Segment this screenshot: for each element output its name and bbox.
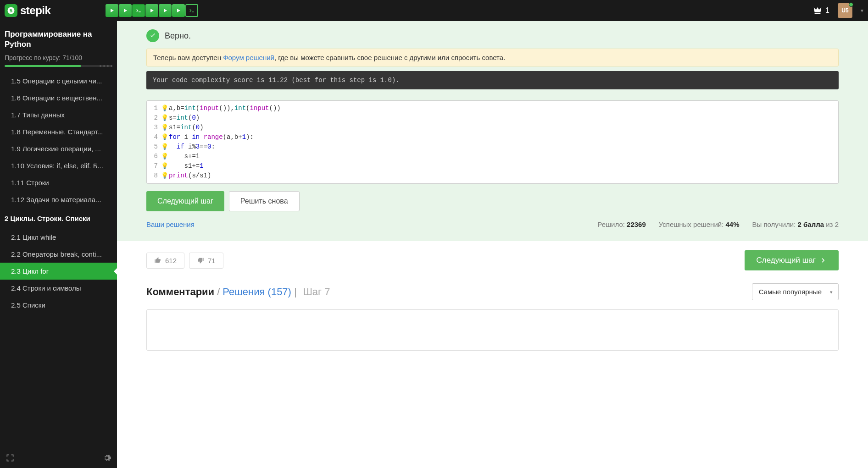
hint-bulb-icon[interactable]: 💡 [161,123,169,132]
step-play[interactable] [159,4,172,17]
sidebar: Программирование на Python Прогресс по к… [0,21,117,468]
sidebar-item-1.12[interactable]: 1.12 Задачи по материала... [0,191,117,208]
code-text: if i%3==0: [169,142,215,152]
code-line[interactable]: 4💡for i in range(a,b+1): [147,132,838,142]
code-text: s1+=1 [169,161,204,171]
sidebar-item-2.2[interactable]: 2.2 Операторы break, conti... [0,246,117,263]
line-number: 4 [147,132,161,142]
complexity-score: Your code complexity score is 11.22 (bes… [146,71,839,89]
sort-dropdown[interactable]: Самые популярные ▾ [752,283,839,300]
line-number: 3 [147,123,161,132]
code-text: for i in range(a,b+1): [169,132,254,142]
solutions-tab-link[interactable]: Решения (157) [223,286,291,298]
solved-stat: Решило: 22369 [597,220,645,228]
step-play[interactable] [145,4,158,17]
progress-dots [100,65,112,67]
code-text: a,b=int(input()),int(input()) [169,104,281,113]
forum-notice: Теперь вам доступен Форум решений, где в… [146,49,839,66]
dislike-button[interactable]: 71 [189,253,223,269]
sidebar-footer [0,448,117,468]
code-line[interactable]: 3💡s1=int(0) [147,123,838,132]
progress-fill [5,65,81,67]
like-button[interactable]: 612 [146,253,184,269]
sidebar-item-1.7[interactable]: 1.7 Типы данных [0,106,117,123]
code-line[interactable]: 8💡print(s/s1) [147,171,838,181]
step-code[interactable] [132,4,145,17]
fullscreen-icon[interactable] [6,453,15,462]
next-step-button-footer[interactable]: Следующий шаг [745,250,839,270]
main-content: Верно. Теперь вам доступен Форум решений… [117,21,868,468]
hint-bulb-icon[interactable]: 💡 [161,142,169,152]
like-count: 612 [165,257,177,264]
code-line[interactable]: 2💡s=int(0) [147,113,838,123]
code-line[interactable]: 1💡a,b=int(input()),int(input()) [147,104,838,113]
sidebar-item-1.9[interactable]: 1.9 Логические операции, ... [0,140,117,157]
crown-icon [812,6,823,16]
code-line[interactable]: 7💡 s1+=1 [147,161,838,171]
user-avatar[interactable]: U5 [838,3,852,18]
hint-bulb-icon[interactable]: 💡 [161,152,169,161]
course-progress-bar [5,65,112,67]
hint-bulb-icon[interactable]: 💡 [161,171,169,181]
footer-section: 612 71 Следующий шаг Комментарии / Решен… [117,241,868,360]
chevron-down-icon[interactable]: ▾ [861,7,863,14]
sidebar-item-1.8[interactable]: 1.8 Переменные. Стандарт... [0,123,117,140]
sidebar-item-2.3[interactable]: 2.3 Цикл for [0,263,117,280]
next-step-button[interactable]: Следующий шаг [146,191,224,211]
thumbs-up-icon [154,257,161,264]
comment-input[interactable] [146,309,839,351]
sidebar-item-1.10[interactable]: 1.10 Условия: if, else, elif. Б... [0,157,117,174]
progress-label: Прогресс по курсу: 71/100 [5,54,112,61]
step-progress-bar [106,4,198,17]
separator-2: | [294,286,297,298]
code-text: s+=i [169,152,200,161]
logo-text: stepik [20,4,50,17]
step-code-active[interactable] [185,4,198,17]
app-header: stepik 1 U5 ▾ [0,0,868,21]
sidebar-item-2.4[interactable]: 2.4 Строки и символы [0,280,117,297]
step-play[interactable] [172,4,185,17]
course-header: Программирование на Python Прогресс по к… [0,21,117,72]
forum-pre: Теперь вам доступен [153,54,223,61]
line-number: 2 [147,113,161,123]
success-stat: Успешных решений: 44% [659,220,740,228]
crown-count: 1 [825,6,829,15]
code-editor[interactable]: 1💡a,b=int(input()),int(input())2💡s=int(0… [146,100,839,184]
forum-post: , где вы можете сравнить свое решение с … [274,54,505,61]
separator: / [217,286,220,298]
action-buttons: Следующий шаг Решить снова [146,191,839,211]
line-number: 8 [147,171,161,181]
sort-label: Самые популярные [759,288,822,296]
hint-bulb-icon[interactable]: 💡 [161,104,169,113]
sidebar-item-1.6[interactable]: 1.6 Операции с веществен... [0,89,117,106]
check-circle-icon [146,29,159,42]
hint-bulb-icon[interactable]: 💡 [161,113,169,123]
code-line[interactable]: 5💡 if i%3==0: [147,142,838,152]
avatar-initials: U5 [841,7,848,14]
your-solutions-link[interactable]: Ваши решения [146,220,195,228]
hint-bulb-icon[interactable]: 💡 [161,161,169,171]
sidebar-item-2.1[interactable]: 2.1 Цикл while [0,229,117,246]
sidebar-item-1.5[interactable]: 1.5 Операции с целыми чи... [0,72,117,89]
comments-title[interactable]: Комментарии [146,286,214,298]
line-number: 5 [147,142,161,152]
points-stat: Вы получили: 2 балла из 2 [752,220,839,228]
correct-text: Верно. [165,31,191,41]
code-text: print(s/s1) [169,171,211,181]
step-play[interactable] [106,4,118,17]
forum-link[interactable]: Форум решений [223,54,274,61]
sidebar-item-1.11[interactable]: 1.11 Строки [0,174,117,191]
hint-bulb-icon[interactable]: 💡 [161,132,169,142]
sidebar-item-2.5[interactable]: 2.5 Списки [0,297,117,314]
logo[interactable]: stepik [5,4,50,17]
code-line[interactable]: 6💡 s+=i [147,152,838,161]
code-text: s=int(0) [169,113,200,123]
retry-button[interactable]: Решить снова [229,191,300,211]
nav-section-2[interactable]: 2 Циклы. Строки. Списки [0,208,117,229]
step-play[interactable] [119,4,132,17]
crown-counter[interactable]: 1 [812,6,829,16]
vote-row: 612 71 Следующий шаг [146,250,839,270]
gear-icon[interactable] [102,453,111,462]
code-text: s1=int(0) [169,123,204,132]
chevron-right-icon [820,257,827,264]
